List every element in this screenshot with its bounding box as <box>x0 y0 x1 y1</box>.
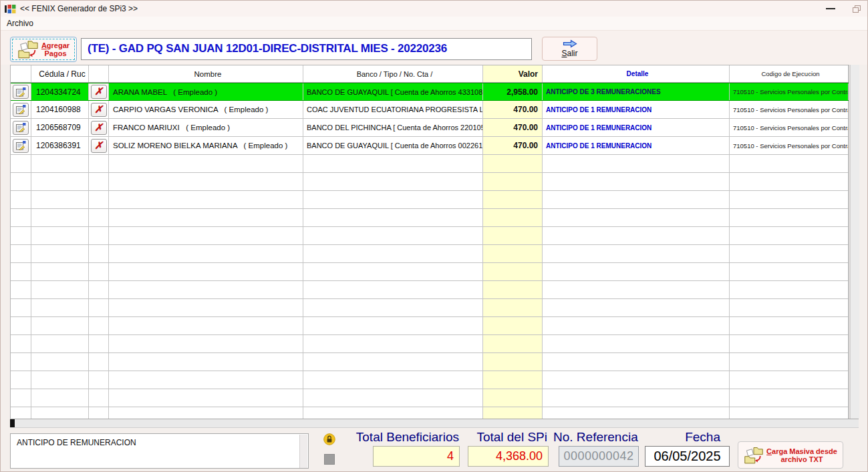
total-spi-label: Total del SPi <box>462 430 547 445</box>
table-empty-row <box>11 263 849 281</box>
exit-arrow-icon <box>563 39 577 48</box>
delete-cell: ✗ <box>89 119 109 136</box>
detalle-cell: ANTICIPO DE 1 REMUNERACION <box>543 119 730 136</box>
horizontal-scrollbar-thumb[interactable] <box>10 419 15 427</box>
edit-cell <box>11 137 31 154</box>
detalle-textarea[interactable]: ANTICIPO DE REMUNERACION <box>10 433 309 469</box>
table-empty-row <box>11 173 849 191</box>
carga-masiva-label: Carga Masiva desdearchivo TXT <box>766 447 837 463</box>
edit-cell <box>11 119 31 136</box>
nombre-cell: CARPIO VARGAS VERONICA ( Empleado ) <box>109 101 303 118</box>
codigo-cell: 710510 - Servicios Personales por Contra… <box>730 137 849 154</box>
horizontal-scrollbar[interactable] <box>10 419 859 428</box>
agregar-pagos-label: AgregarPagos <box>41 41 69 57</box>
table-empty-row <box>11 317 849 335</box>
salir-button[interactable]: Salir <box>542 37 597 61</box>
delete-cell: ✗ <box>89 83 109 100</box>
table-empty-row <box>11 389 849 407</box>
codigo-cell: 710510 - Servicios Personales por Contra… <box>730 83 849 100</box>
folders-transfer-icon <box>17 39 39 59</box>
table-empty-row <box>11 371 849 389</box>
edit-row-button[interactable] <box>13 103 29 117</box>
edit-row-button[interactable] <box>13 85 29 99</box>
restore-icon[interactable] <box>853 5 861 13</box>
column-header: Cédula / Ruc <box>31 65 89 82</box>
toolbar: AgregarPagos (TE) - GAD PQ SAN JUAN 12D0… <box>1 30 867 65</box>
table-empty-row <box>11 209 849 227</box>
table-empty-row <box>11 155 849 173</box>
detalle-cell: ANTICIPO DE 3 REMUNERACIONES <box>543 83 730 100</box>
window-title: << FENIX Generador de SPi3 >> <box>20 4 138 13</box>
table-empty-row <box>11 353 849 371</box>
gray-square-indicator <box>324 454 335 465</box>
title-bar: << FENIX Generador de SPi3 >> <box>1 1 867 17</box>
lock-icon <box>323 433 335 448</box>
agregar-pagos-button[interactable]: AgregarPagos <box>10 37 77 62</box>
no-referencia-field: 0000000042 <box>559 446 639 467</box>
column-header: Codigo de Ejecucion <box>730 65 849 82</box>
valor-cell: 470.00 <box>483 137 543 154</box>
app-window: << FENIX Generador de SPi3 >> Archivo Ag… <box>0 0 868 472</box>
edit-row-button[interactable] <box>13 139 29 153</box>
banco-cell: BANCO DE GUAYAQUIL [ Cuenta de Ahorros 0… <box>303 137 483 154</box>
edit-cell <box>11 83 31 100</box>
table-empty-row <box>11 335 849 353</box>
table-row[interactable]: 1204334724✗ARANA MABEL ( Empleado )BANCO… <box>11 83 849 101</box>
column-header-blank <box>89 65 109 82</box>
detalle-cell: ANTICIPO DE 1 REMUNERACION <box>543 101 730 118</box>
column-header-blank <box>11 65 31 82</box>
menu-bar: Archivo <box>1 17 867 30</box>
total-spi-value: 4,368.00 <box>468 446 549 467</box>
delete-row-button[interactable]: ✗ <box>91 121 107 135</box>
detalle-cell: ANTICIPO DE 1 REMUNERACION <box>543 137 730 154</box>
app-icon <box>5 4 16 14</box>
no-referencia-label: No. Referencia <box>553 430 640 445</box>
delete-cell: ✗ <box>89 137 109 154</box>
bottom-panel: ANTICIPO DE REMUNERACION Total Beneficia… <box>1 429 867 472</box>
spi-title-field[interactable]: (TE) - GAD PQ SAN JUAN 12D01-DIREC-DISTR… <box>81 38 532 60</box>
fecha-field[interactable]: 06/05/2025 <box>645 446 730 467</box>
table-empty-row <box>11 191 849 209</box>
fecha-label: Fecha <box>645 430 730 445</box>
nombre-cell: ARANA MABEL ( Empleado ) <box>109 83 303 100</box>
table-empty-row <box>11 227 849 245</box>
column-header: Detalle <box>543 65 730 82</box>
table-empty-row <box>11 407 849 419</box>
total-beneficiarios-value: 4 <box>373 446 460 467</box>
table-row[interactable]: 1206568709✗FRANCO MARIUXI ( Empleado )BA… <box>11 119 849 137</box>
grid-body: 1204334724✗ARANA MABEL ( Empleado )BANCO… <box>11 83 849 419</box>
table-row[interactable]: 1206386391✗SOLIZ MORENO BIELKA MARIANA (… <box>11 137 849 155</box>
banco-cell: COAC JUVENTUD ECUATORIANA PROGRESISTA LT… <box>303 101 483 118</box>
table-empty-row <box>11 299 849 317</box>
payments-grid: Cédula / RucNombreBanco / Tipo / No. Cta… <box>10 65 849 419</box>
banco-cell: BANCO DE GUAYAQUIL [ Cuenta de Ahorros 4… <box>303 83 483 100</box>
edit-cell <box>11 101 31 118</box>
detalle-text: ANTICIPO DE REMUNERACION <box>17 438 136 447</box>
carga-masiva-button[interactable]: Carga Masiva desdearchivo TXT <box>738 441 843 469</box>
vertical-scrollbar[interactable] <box>850 65 859 419</box>
grid-header-row: Cédula / RucNombreBanco / Tipo / No. Cta… <box>11 65 849 83</box>
delete-row-button[interactable]: ✗ <box>91 103 107 117</box>
cedula-cell: 1204160988 <box>31 101 89 118</box>
delete-row-button[interactable]: ✗ <box>91 139 107 153</box>
valor-cell: 2,958.00 <box>483 83 543 100</box>
delete-row-button[interactable]: ✗ <box>91 85 107 99</box>
valor-cell: 470.00 <box>483 101 543 118</box>
salir-label: Salir <box>561 49 577 58</box>
cedula-cell: 1206386391 <box>31 137 89 154</box>
total-beneficiarios-label: Total Beneficiarios <box>338 430 459 445</box>
minimize-icon[interactable] <box>826 8 835 9</box>
table-row[interactable]: 1204160988✗CARPIO VARGAS VERONICA ( Empl… <box>11 101 849 119</box>
menu-archivo[interactable]: Archivo <box>1 19 39 28</box>
edit-row-button[interactable] <box>13 121 29 135</box>
column-header: Banco / Tipo / No. Cta / <box>303 65 483 82</box>
banco-cell: BANCO DEL PICHINCHA [ Cuenta de Ahorros … <box>303 119 483 136</box>
table-empty-row <box>11 245 849 263</box>
column-header: Nombre <box>109 65 303 82</box>
textarea-scrollbar[interactable] <box>299 435 307 469</box>
cedula-cell: 1206568709 <box>31 119 89 136</box>
codigo-cell: 710510 - Servicios Personales por Contra… <box>730 119 849 136</box>
codigo-cell: 710510 - Servicios Personales por Contra… <box>730 101 849 118</box>
nombre-cell: FRANCO MARIUXI ( Empleado ) <box>109 119 303 136</box>
cedula-cell: 1204334724 <box>31 83 89 100</box>
